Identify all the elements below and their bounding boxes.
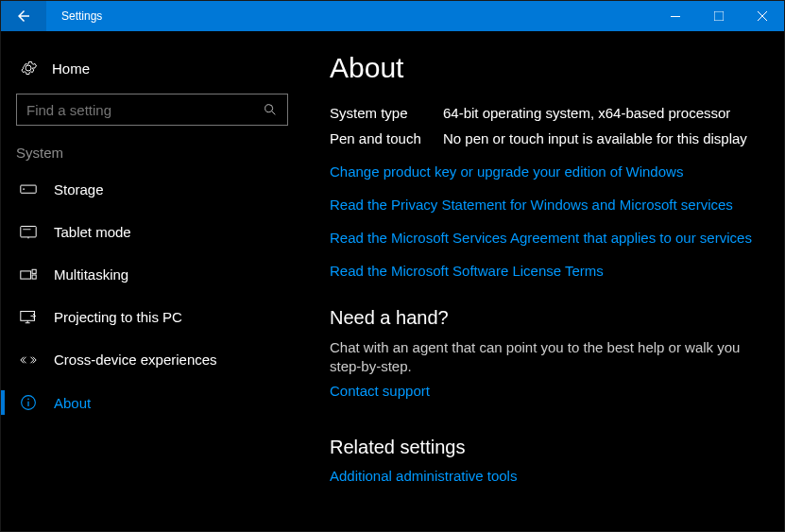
- svg-rect-0: [671, 16, 680, 17]
- help-body: Chat with an agent that can point you to…: [330, 338, 758, 377]
- sidebar-item-label: Projecting to this PC: [39, 309, 182, 325]
- svg-rect-10: [32, 269, 36, 273]
- sidebar-item-cross-device[interactable]: Cross-device experiences: [1, 338, 303, 381]
- svg-line-3: [272, 112, 275, 114]
- page-title: About: [330, 52, 758, 84]
- svg-point-7: [27, 237, 28, 238]
- svg-rect-9: [21, 270, 31, 278]
- info-icon: [20, 394, 39, 411]
- link-contact-support[interactable]: Contact support: [330, 383, 758, 399]
- search-icon: [263, 102, 278, 117]
- sidebar-item-projecting[interactable]: Projecting to this PC: [1, 296, 303, 338]
- sidebar-item-label: Storage: [39, 181, 104, 197]
- minimize-button[interactable]: [654, 1, 697, 31]
- maximize-icon: [714, 11, 724, 21]
- link-license-terms[interactable]: Read the Microsoft Software License Term…: [330, 263, 758, 279]
- content-pane: About System type 64-bit operating syste…: [303, 31, 784, 531]
- back-button[interactable]: [1, 1, 46, 31]
- svg-rect-1: [714, 11, 724, 21]
- home-label: Home: [39, 60, 90, 77]
- arrow-left-icon: [15, 8, 32, 25]
- sidebar: Home System Storage: [1, 31, 303, 531]
- sidebar-item-label: Multitasking: [39, 266, 128, 283]
- info-key: Pen and touch: [330, 130, 443, 146]
- sidebar-item-label: About: [39, 395, 91, 411]
- sidebar-item-about[interactable]: About: [1, 381, 303, 424]
- info-key: System type: [330, 105, 443, 121]
- svg-point-2: [265, 105, 273, 112]
- search-input[interactable]: [26, 102, 263, 118]
- multitasking-icon: [20, 268, 39, 282]
- minimize-icon: [671, 11, 680, 21]
- cross-device-icon: [20, 352, 39, 368]
- close-button[interactable]: [741, 1, 784, 31]
- sidebar-section-label: System: [1, 145, 303, 168]
- search-wrapper: [1, 94, 303, 145]
- gear-icon: [20, 60, 39, 77]
- svg-point-14: [27, 399, 29, 401]
- info-row-system-type: System type 64-bit operating system, x64…: [330, 105, 758, 121]
- close-icon: [758, 11, 767, 21]
- projecting-icon: [20, 310, 39, 325]
- search-box[interactable]: [16, 94, 288, 126]
- window-title: Settings: [46, 9, 654, 23]
- maximize-button[interactable]: [697, 1, 741, 31]
- sidebar-item-label: Tablet mode: [39, 224, 131, 240]
- svg-rect-11: [32, 275, 36, 279]
- svg-rect-6: [21, 226, 36, 236]
- sidebar-item-storage[interactable]: Storage: [1, 168, 303, 211]
- svg-point-5: [23, 188, 25, 190]
- info-value: No pen or touch input is available for t…: [443, 130, 758, 146]
- sidebar-item-multitasking[interactable]: Multitasking: [1, 253, 303, 296]
- storage-icon: [20, 183, 39, 197]
- sidebar-item-label: Cross-device experiences: [39, 352, 217, 368]
- related-heading: Related settings: [330, 437, 758, 458]
- home-button[interactable]: Home: [1, 50, 303, 94]
- window-controls: [654, 1, 784, 31]
- info-row-pen-touch: Pen and touch No pen or touch input is a…: [330, 130, 758, 146]
- link-services-agreement[interactable]: Read the Microsoft Services Agreement th…: [330, 230, 758, 246]
- sidebar-item-tablet-mode[interactable]: Tablet mode: [1, 211, 303, 253]
- link-privacy-statement[interactable]: Read the Privacy Statement for Windows a…: [330, 197, 758, 213]
- info-value: 64-bit operating system, x64-based proce…: [443, 105, 758, 121]
- titlebar: Settings: [1, 1, 784, 31]
- help-heading: Need a hand?: [330, 307, 758, 329]
- link-admin-tools[interactable]: Additional administrative tools: [330, 468, 758, 484]
- link-change-product-key[interactable]: Change product key or upgrade your editi…: [330, 163, 758, 180]
- tablet-icon: [20, 225, 39, 240]
